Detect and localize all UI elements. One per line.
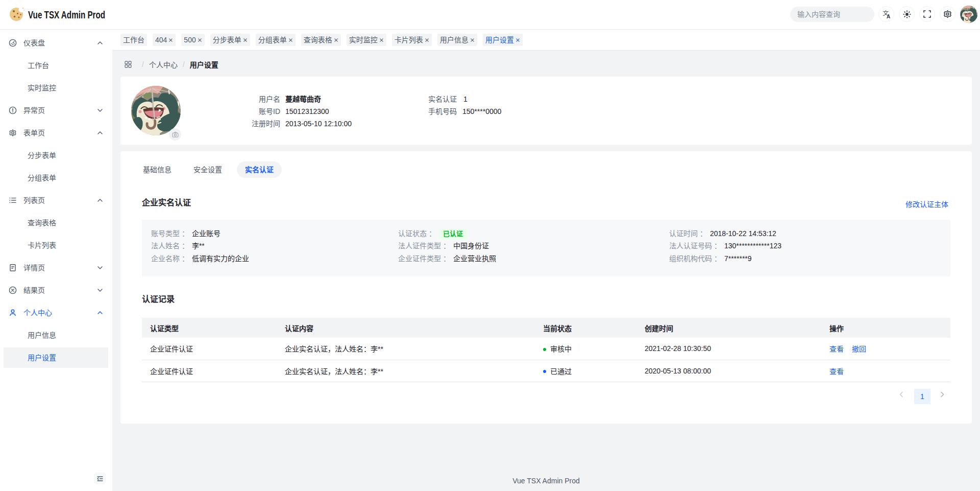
svg-text:A: A	[887, 14, 890, 19]
